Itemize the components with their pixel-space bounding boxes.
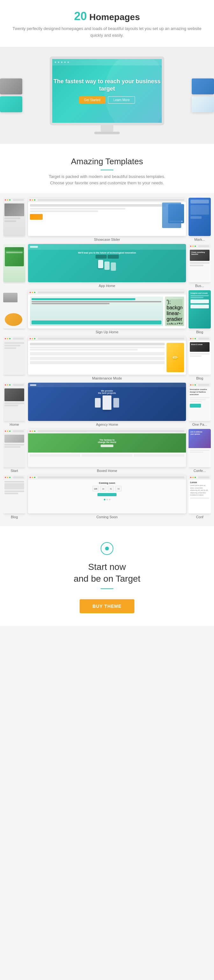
monitor-screen-content: The fastest way to reach your business t…	[52, 78, 162, 104]
template-thumb-comingsoon: Coming soon 128 16 41 43	[28, 475, 186, 514]
template-item-partial-right-6: join & celebrateyour opinion Confe...	[189, 429, 211, 473]
templates-grid: Showcase Slider Mark...	[0, 193, 214, 526]
heading-underline	[101, 170, 113, 170]
template-row-4: ✏ Maintenance Mode bloom & create	[3, 336, 211, 380]
monitor-wrapper: The fastest way to reach your business t…	[50, 56, 164, 134]
template-label-partial-r6: Confe...	[193, 469, 206, 473]
template-label-signup: Sign Up Home	[95, 330, 119, 334]
monitor-stand	[101, 125, 113, 132]
template-thumb-partial-l6	[3, 429, 25, 467]
template-label-partial-l6: Start	[11, 469, 18, 473]
template-thumb-showcase	[28, 198, 186, 236]
template-thumb-partial-r7: Lorem Lorem ipsum dolor sit amet, consec…	[189, 475, 211, 514]
accent-number: 20	[74, 10, 87, 23]
template-item-partial-right-1: Mark...	[189, 198, 211, 242]
template-row-7: Blog Coming soon 128 16 41 43	[3, 475, 211, 519]
side-thumbs-right	[192, 78, 214, 112]
template-item-partial-left-6: Start	[3, 429, 25, 473]
template-label-boxed: Boxed Home	[97, 469, 117, 473]
template-row-5: Home We providethe best projects	[3, 383, 211, 426]
cta-icon-inner	[105, 547, 109, 550]
templates-heading: Amazing Templates	[6, 157, 208, 167]
header-section: 20 Homepages Twenty perfectly designed h…	[0, 0, 214, 47]
template-row-1: Showcase Slider Mark...	[3, 198, 211, 242]
nav-dot-1	[55, 62, 56, 63]
cta-section: Start now and be on Target BUY THEME	[0, 526, 214, 626]
template-item-signup[interactable]: '); background: linear-gradient(180deg, …	[28, 290, 186, 334]
template-thumb-signup: '); background: linear-gradient(180deg, …	[28, 290, 186, 328]
template-item-boxed[interactable]: The fantasy tochange the world Boxed Hom…	[28, 429, 186, 473]
monitor-base	[94, 132, 120, 134]
template-label-partial-r4: Blog	[196, 376, 203, 380]
monitor-screen: The fastest way to reach your business t…	[52, 59, 162, 123]
nav-dot-5	[68, 62, 69, 63]
hero-section: The fastest way to reach your business t…	[0, 47, 214, 144]
app-logo	[30, 246, 38, 248]
template-item-comingsoon[interactable]: Coming soon 128 16 41 43	[28, 475, 186, 519]
template-label-partial-r3: Blog	[196, 330, 203, 334]
template-thumb-agency: We providethe best projects	[28, 383, 186, 421]
template-row-3: '); background: linear-gradient(180deg, …	[3, 290, 211, 334]
title-text: Homepages	[89, 12, 140, 22]
template-thumb-boxed: The fantasy tochange the world	[28, 429, 186, 467]
screen-btn-primary[interactable]: Get Started	[79, 96, 105, 103]
template-label-partial-r7: Conf	[196, 515, 203, 519]
template-label-app: App Home	[99, 284, 115, 288]
template-label-partial-l7: Blog	[11, 515, 18, 519]
buy-theme-button[interactable]: BUY THEME	[79, 599, 134, 613]
template-label-showcase: Showcase Slider	[94, 238, 120, 242]
template-item-partial-left-4	[3, 336, 25, 376]
template-item-partial-right-3: Imagine and create Blog	[189, 290, 211, 334]
template-row-2: We'll lead you to the future of technolo…	[3, 244, 211, 288]
template-item-partial-right-7: Lorem Lorem ipsum dolor sit amet, consec…	[189, 475, 211, 519]
template-item-partial-right-4: bloom & create Blog	[189, 336, 211, 380]
template-thumb-partial-l7	[3, 475, 25, 514]
template-label-agency: Agency Home	[96, 423, 118, 426]
template-item-partial-left-5: Home	[3, 383, 25, 426]
template-thumb-partial-l2	[3, 244, 25, 282]
template-item-app[interactable]: We'll lead you to the future of technolo…	[28, 244, 186, 288]
templates-description: Target is packed with modern and beautif…	[43, 173, 171, 187]
template-thumb-app: We'll lead you to the future of technolo…	[28, 244, 186, 282]
cta-heading-line1: Start now	[88, 562, 126, 572]
template-label-partial-r1: Mark...	[194, 238, 205, 242]
monitor-frame: The fastest way to reach your business t…	[50, 56, 164, 125]
side-thumbs-left	[0, 78, 22, 112]
cta-icon	[101, 542, 113, 555]
cta-heading-line2: and be on Target	[74, 574, 140, 584]
monitor-buttons: Get Started Learn More	[52, 96, 162, 103]
template-item-partial-left-1	[3, 198, 25, 238]
template-label-partial-r5: One Pa...	[192, 423, 207, 426]
template-thumb-partial-l5	[3, 383, 25, 421]
screen-btn-secondary[interactable]: Learn More	[108, 96, 135, 103]
template-item-maintenance[interactable]: ✏ Maintenance Mode	[28, 336, 186, 380]
template-label-partial-l5: Home	[10, 423, 19, 426]
template-item-partial-left-3	[3, 290, 25, 330]
template-label-comingsoon: Coming Soon	[97, 515, 118, 519]
cta-heading: Start now and be on Target	[6, 561, 208, 585]
template-item-agency[interactable]: We providethe best projects Agency Home	[28, 383, 186, 426]
template-label-partial-r2: Bus...	[195, 284, 204, 288]
template-thumb-partial-r2: Create somethingbeautiful	[189, 244, 211, 282]
template-item-showcase[interactable]: Showcase Slider	[28, 198, 186, 242]
nav-dot-2	[58, 62, 59, 63]
template-thumb-partial-l3	[3, 290, 25, 328]
template-item-partial-left-2	[3, 244, 25, 284]
side-thumb-3	[192, 78, 214, 94]
screen-title: The fastest way to reach your business t…	[52, 78, 162, 93]
side-thumb-1	[0, 78, 22, 94]
template-thumb-partial-r4: bloom & create	[189, 336, 211, 375]
page-title: 20 Homepages	[6, 10, 208, 23]
template-item-partial-left-7: Blog	[3, 475, 25, 519]
nav-dot-3	[61, 62, 62, 63]
template-thumb-partial-1	[3, 198, 25, 236]
templates-header: Amazing Templates Target is packed with …	[0, 144, 214, 193]
monitor-nav	[52, 59, 162, 65]
nav-dot-4	[64, 62, 66, 63]
cta-underline	[101, 589, 113, 589]
template-thumb-partial-r3: Imagine and create	[189, 290, 211, 328]
template-thumb-partial-r5: Innovative creative design & flawless ex…	[189, 383, 211, 421]
template-label-maintenance: Maintenance Mode	[92, 376, 122, 380]
template-thumb-maintenance: ✏	[28, 336, 186, 375]
template-item-partial-right-2: Create somethingbeautiful Bus...	[189, 244, 211, 288]
